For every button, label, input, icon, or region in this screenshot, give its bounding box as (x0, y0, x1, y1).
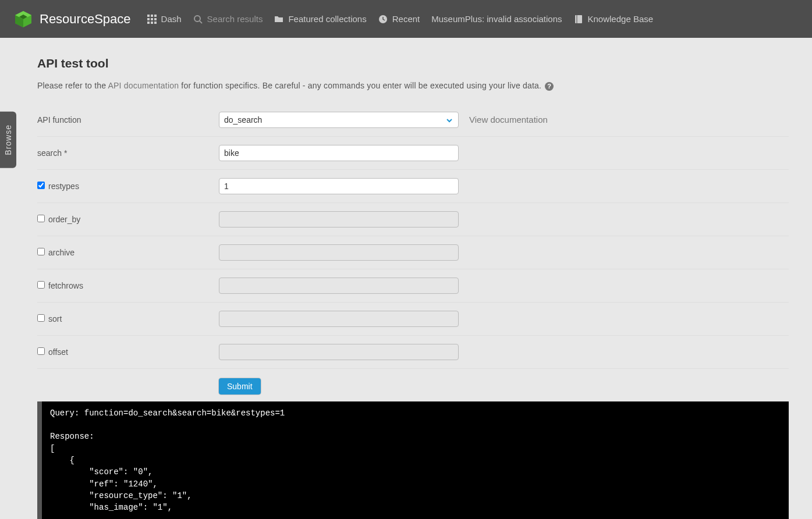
grid-icon (147, 15, 157, 24)
input-fetchrows (219, 278, 459, 294)
nav-featured[interactable]: Featured collections (274, 14, 366, 24)
folder-icon (274, 15, 283, 24)
checkbox-offset[interactable] (37, 347, 45, 355)
param-label-text: restypes (48, 182, 79, 191)
label-order_by: order_by (37, 215, 219, 224)
svg-rect-4 (147, 15, 150, 17)
checkbox-fetchrows[interactable] (37, 281, 45, 289)
clock-icon (378, 15, 388, 24)
svg-rect-7 (147, 18, 150, 20)
page-title: API test tool (37, 56, 789, 70)
label-archive: archive (37, 248, 219, 257)
brand-logo[interactable]: ResourceSpace (14, 10, 131, 29)
submit-button[interactable]: Submit (219, 378, 261, 394)
brand-name: ResourceSpace (40, 12, 131, 27)
label-search: search * (37, 148, 219, 158)
param-label-text: sort (48, 314, 62, 324)
row-api-function: API function do_search View documentatio… (37, 104, 789, 137)
browse-tab[interactable]: Browse (0, 112, 16, 168)
nav-dash[interactable]: Dash (147, 14, 182, 24)
checkbox-order_by[interactable] (37, 215, 45, 222)
svg-rect-12 (154, 22, 157, 24)
param-label-text: fetchrows (48, 281, 83, 290)
submit-row: Submit (37, 369, 789, 401)
search-icon (193, 15, 203, 24)
row-order_by: order_by (37, 203, 789, 236)
checkbox-archive[interactable] (37, 248, 45, 255)
nav-search-results[interactable]: Search results (193, 14, 263, 24)
nav-recent[interactable]: Recent (378, 14, 420, 24)
book-icon (574, 15, 583, 24)
input-order_by (219, 211, 459, 227)
row-restypes: restypes (37, 170, 789, 203)
label-fetchrows: fetchrows (37, 281, 219, 290)
label-offset: offset (37, 347, 219, 357)
logo-icon (14, 10, 33, 29)
row-sort: sort (37, 303, 789, 336)
nav-knowledge-base[interactable]: Knowledge Base (574, 14, 654, 24)
param-label-text: order_by (48, 215, 80, 224)
checkbox-sort[interactable] (37, 314, 45, 322)
row-offset: offset (37, 336, 789, 369)
label-sort: sort (37, 314, 219, 324)
svg-rect-16 (575, 15, 582, 23)
input-search[interactable] (219, 145, 459, 161)
app-header: ResourceSpace Dash Search results (0, 0, 812, 38)
input-offset (219, 344, 459, 360)
param-label-text: archive (48, 248, 75, 257)
top-nav: Dash Search results Featured collections (147, 14, 654, 24)
nav-museumplus[interactable]: MuseumPlus: invalid associations (431, 14, 562, 24)
main-content: API test tool Please refer to the API do… (0, 38, 812, 519)
svg-point-13 (194, 16, 200, 22)
input-archive (219, 244, 459, 261)
nav-label: Search results (207, 14, 263, 24)
row-fetchrows: fetchrows (37, 269, 789, 303)
nav-label: Featured collections (288, 14, 366, 24)
input-restypes[interactable] (219, 178, 459, 194)
nav-label: Recent (392, 14, 420, 24)
intro-suffix: for function specifics. Be careful - any… (181, 81, 541, 90)
nav-label: Knowledge Base (588, 14, 654, 24)
row-search: search * (37, 137, 789, 170)
intro-prefix: Please refer to the (37, 81, 108, 90)
label-api-function: API function (37, 115, 219, 125)
select-api-function[interactable]: do_search (219, 112, 459, 128)
view-documentation-link[interactable]: View documentation (469, 115, 548, 125)
checkbox-restypes[interactable] (37, 182, 45, 189)
api-doc-link[interactable]: API documentation (108, 81, 179, 90)
svg-rect-10 (147, 22, 150, 24)
svg-rect-6 (154, 15, 157, 17)
input-sort (219, 311, 459, 327)
api-form: API function do_search View documentatio… (37, 104, 789, 401)
intro-text: Please refer to the API documentation fo… (37, 81, 789, 91)
row-archive: archive (37, 236, 789, 269)
nav-label: MuseumPlus: invalid associations (431, 14, 562, 24)
param-label-text: offset (48, 347, 68, 357)
svg-line-14 (200, 21, 202, 23)
svg-rect-9 (154, 18, 157, 20)
label-restypes: restypes (37, 182, 219, 191)
param-label-text: search * (37, 148, 67, 158)
svg-rect-8 (151, 18, 153, 20)
help-icon[interactable]: ? (545, 82, 554, 91)
output-console: Query: function=do_search&search=bike&re… (37, 401, 789, 519)
nav-label: Dash (161, 14, 182, 24)
svg-rect-5 (151, 15, 153, 17)
svg-rect-11 (151, 22, 153, 24)
